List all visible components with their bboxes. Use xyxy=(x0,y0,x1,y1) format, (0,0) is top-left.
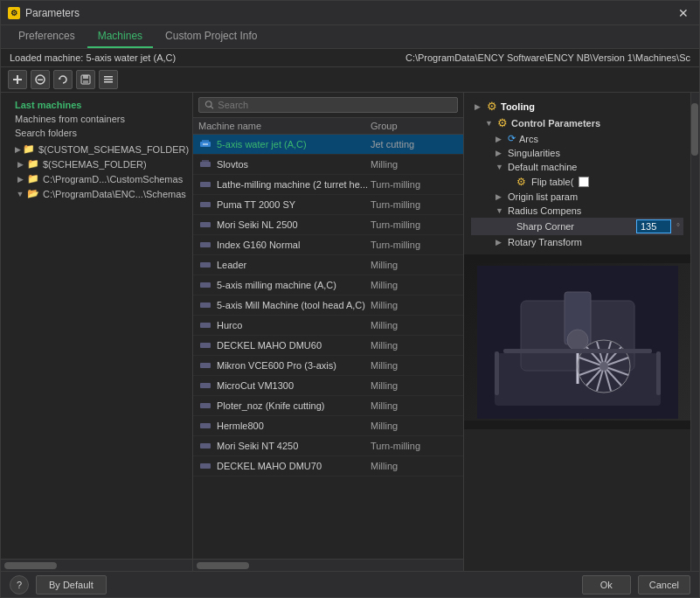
folder-icon-2: 📁 xyxy=(27,158,39,170)
cancel-button[interactable]: Cancel xyxy=(638,575,690,595)
search-input[interactable] xyxy=(218,100,452,110)
help-button[interactable]: ? xyxy=(10,575,29,595)
rotary-transform-label: Rotary Transform xyxy=(508,237,582,247)
machine-group: Milling xyxy=(371,461,458,471)
machine-illustration xyxy=(477,266,678,419)
folder-schemas[interactable]: ▶ 📁 $(SCHEMAS_FOLDER) xyxy=(1,156,192,171)
singularities-label: Singularities xyxy=(508,148,560,158)
folder-custom-schemas[interactable]: ▶ 📁 $(CUSTOM_SCHEMAS_FOLDER) xyxy=(1,142,192,156)
machine-icon xyxy=(198,419,212,433)
rotary-transform-node[interactable]: ▶ Rotary Transform xyxy=(471,235,683,249)
left-scrollbar-thumb[interactable] xyxy=(4,562,57,569)
machine-icon xyxy=(198,399,212,413)
flip-table-checkbox[interactable] xyxy=(579,177,589,187)
add-button[interactable] xyxy=(8,70,27,89)
remove-button[interactable] xyxy=(31,70,50,89)
svg-rect-15 xyxy=(200,162,211,167)
machine-icon xyxy=(198,238,212,252)
arcs-node[interactable]: ▶ ⟳ Arcs xyxy=(471,131,683,146)
machine-table: Machine name Group 5-axis water jet (A,C… xyxy=(193,118,463,559)
machine-row[interactable]: Leader Milling xyxy=(193,255,463,275)
machine-row[interactable]: MicroCut VM1300 Milling xyxy=(193,376,463,396)
machine-group: Turn-milling xyxy=(371,219,458,230)
tab-machines[interactable]: Machines xyxy=(87,25,153,48)
machine-name: Mori Seiki NT 4250 xyxy=(217,441,371,451)
machine-name: Hermle800 xyxy=(217,421,371,431)
search-box[interactable] xyxy=(198,97,458,113)
expand-icon-1: ▶ xyxy=(15,144,21,155)
machine-group: Milling xyxy=(371,300,458,310)
ok-button[interactable]: Ok xyxy=(582,575,631,595)
loaded-machine-bar: Loaded machine: 5-axis water jet (A,C) C… xyxy=(1,49,699,67)
close-button[interactable]: ✕ xyxy=(675,6,692,20)
svg-rect-20 xyxy=(200,242,211,247)
sharp-corner-unit: ° xyxy=(676,222,680,232)
machine-group: Jet cutting xyxy=(371,139,458,150)
radius-comp-node[interactable]: ▼ Radius Compens xyxy=(471,204,683,218)
left-scrollbar[interactable] xyxy=(1,559,192,571)
machine-row[interactable]: Hurco Milling xyxy=(193,316,463,336)
main-window: ⚙ Parameters ✕ Preferences Machines Cust… xyxy=(0,0,700,598)
main-content: Last machines Machines from containers S… xyxy=(1,93,699,571)
machine-row[interactable]: Mikron VCE600 Pro (3-axis) Milling xyxy=(193,356,463,376)
machine-row[interactable]: Mori Seiki NL 2500 Turn-milling xyxy=(193,215,463,235)
machine-row[interactable]: Lathe-milling machine (2 turret he... Tu… xyxy=(193,175,463,195)
folder-enc-schemas[interactable]: ▼ 📂 C:\ProgramData\ENC...\Schemas xyxy=(1,186,192,201)
svg-rect-6 xyxy=(83,80,88,83)
machine-row[interactable]: DECKEL MAHO DMU70 Milling xyxy=(193,456,463,476)
machines-from-containers-item[interactable]: Machines from containers xyxy=(8,112,185,126)
folder-custom-schemas-path[interactable]: ▶ 📁 C:\ProgramD...\CustomSchemas xyxy=(1,171,192,186)
tab-custom-project[interactable]: Custom Project Info xyxy=(155,25,267,48)
machine-row[interactable]: Hermle800 Milling xyxy=(193,416,463,436)
tooling-label: Tooling xyxy=(501,101,535,112)
right-scrollbar[interactable] xyxy=(690,93,699,571)
machine-row[interactable]: Ploter_noz (Knife cutting) Milling xyxy=(193,396,463,416)
machine-row[interactable]: DECKEL MAHO DMU60 Milling xyxy=(193,336,463,356)
default-machine-node[interactable]: ▼ Default machine xyxy=(471,160,683,174)
flip-table-icon: ⚙ xyxy=(516,176,526,188)
sharp-corner-label: Sharp Corner xyxy=(516,221,631,232)
svg-rect-22 xyxy=(200,282,211,288)
list-scrollbar-thumb[interactable] xyxy=(197,562,249,569)
sharp-corner-input[interactable] xyxy=(636,219,671,233)
machine-row[interactable]: Slovtos Milling xyxy=(193,155,463,175)
machine-row[interactable]: 5-axis milling machine (A,C) Milling xyxy=(193,275,463,296)
expand-icon-3: ▶ xyxy=(15,174,25,184)
machine-icon xyxy=(198,177,212,191)
machine-row[interactable]: 5-axis Mill Machine (tool head A,C) Mill… xyxy=(193,296,463,316)
svg-rect-23 xyxy=(200,302,211,308)
machine-row[interactable]: Mori Seiki NT 4250 Turn-milling xyxy=(193,436,463,456)
singularities-arrow: ▶ xyxy=(496,149,504,157)
machine-group: Milling xyxy=(371,380,458,391)
origin-list-node[interactable]: ▶ Origin list param xyxy=(471,190,683,204)
default-button[interactable]: By Default xyxy=(36,575,107,595)
loaded-machine-label: Loaded machine: 5-axis water jet (A,C) xyxy=(10,52,176,63)
folder-label-3: C:\ProgramD...\CustomSchemas xyxy=(43,174,183,184)
tooling-node[interactable]: ▶ ⚙ Tooling xyxy=(471,98,683,115)
machine-group: Turn-milling xyxy=(371,240,458,250)
tabs-row: Preferences Machines Custom Project Info xyxy=(1,25,699,49)
machine-row[interactable]: Puma TT 2000 SY Turn-milling xyxy=(193,195,463,215)
col-name-header: Machine name xyxy=(198,121,371,131)
machine-icon xyxy=(198,298,212,312)
window-title: Parameters xyxy=(25,7,80,19)
control-params-node[interactable]: ▼ ⚙ Control Parameters xyxy=(471,115,683,131)
machine-row[interactable]: Index G160 Normal Turn-milling xyxy=(193,235,463,255)
svg-rect-19 xyxy=(200,222,211,227)
svg-rect-5 xyxy=(83,75,88,79)
refresh-button[interactable] xyxy=(53,70,73,89)
title-bar-left: ⚙ Parameters xyxy=(8,7,80,19)
machine-icon xyxy=(198,439,212,453)
singularities-node[interactable]: ▶ Singularities xyxy=(471,146,683,160)
sharp-corner-row: Sharp Corner ° xyxy=(471,218,683,235)
last-machines-item[interactable]: Last machines xyxy=(8,98,185,112)
extra-button[interactable] xyxy=(99,70,118,89)
list-scrollbar[interactable] xyxy=(193,559,463,571)
machine-name: Ploter_noz (Knife cutting) xyxy=(217,400,371,411)
tab-preferences[interactable]: Preferences xyxy=(8,25,86,48)
right-scrollbar-thumb[interactable] xyxy=(691,103,698,156)
save-button[interactable] xyxy=(76,70,95,89)
machine-name: Hurco xyxy=(217,320,371,330)
svg-rect-13 xyxy=(202,140,209,142)
machine-row[interactable]: 5-axis water jet (A,C) Jet cutting xyxy=(193,135,463,155)
